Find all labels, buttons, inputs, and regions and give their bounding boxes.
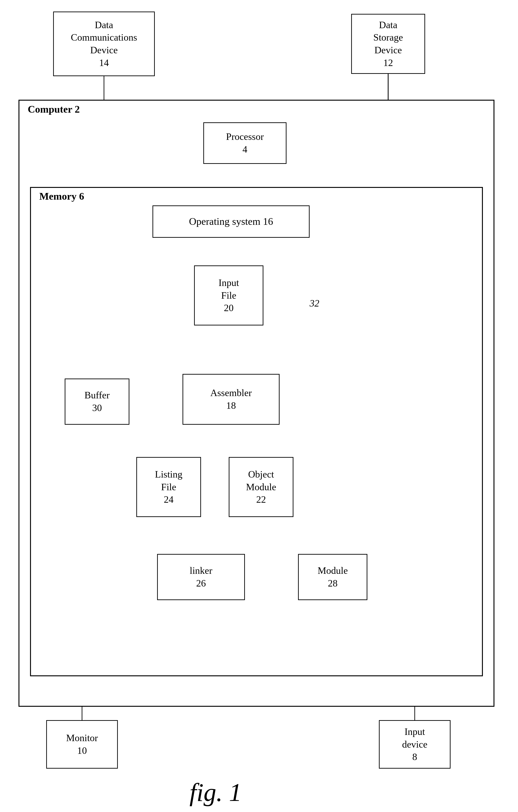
buffer-box: Buffer30 — [65, 379, 129, 425]
data-storage-device-label: DataStorageDevice12 — [373, 19, 403, 69]
memory-label: Memory 6 — [39, 191, 84, 202]
processor-label: Processor4 — [226, 130, 264, 155]
listing-file-label: ListingFile24 — [155, 468, 182, 506]
module-box: Module28 — [298, 554, 367, 600]
operating-system-box: Operating system 16 — [153, 205, 309, 238]
input-device-box: Inputdevice8 — [379, 720, 451, 768]
curve-32-label: 32 — [309, 298, 319, 309]
input-device-label: Inputdevice8 — [402, 725, 428, 763]
diagram: DataCommunicationsDevice14 DataStorageDe… — [0, 0, 518, 812]
figure-label: fig. 1 — [189, 778, 242, 807]
buffer-label: Buffer30 — [85, 389, 110, 414]
assembler-box: Assembler18 — [183, 374, 279, 425]
data-storage-device-box: DataStorageDevice12 — [351, 14, 425, 74]
operating-system-label: Operating system 16 — [189, 215, 273, 228]
computer-label: Computer 2 — [28, 104, 80, 115]
linker-label: linker26 — [190, 564, 212, 589]
object-module-label: ObjectModule22 — [246, 468, 276, 506]
input-file-label: InputFile20 — [219, 277, 239, 314]
assembler-label: Assembler18 — [210, 387, 252, 412]
monitor-label: Monitor10 — [66, 732, 98, 757]
monitor-box: Monitor10 — [46, 720, 118, 768]
module-label: Module28 — [318, 564, 348, 589]
input-file-box: InputFile20 — [194, 265, 264, 325]
listing-file-box: ListingFile24 — [136, 457, 201, 517]
data-comm-device-label: DataCommunicationsDevice14 — [71, 19, 137, 69]
linker-box: linker26 — [157, 554, 245, 600]
object-module-box: ObjectModule22 — [229, 457, 294, 517]
processor-box: Processor4 — [203, 122, 287, 164]
memory-outline — [30, 187, 483, 676]
data-comm-device-box: DataCommunicationsDevice14 — [53, 11, 155, 76]
